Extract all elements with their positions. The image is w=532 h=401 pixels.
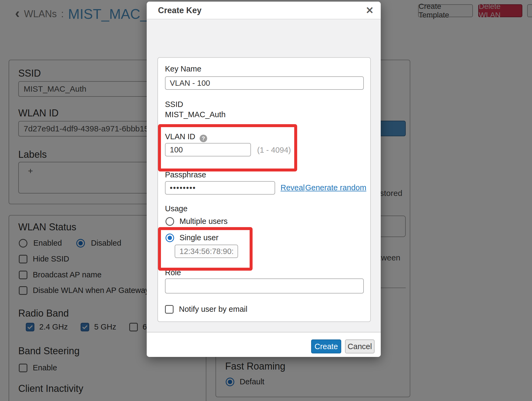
passphrase-label: Passphrase bbox=[165, 170, 206, 179]
multiple-users-label: Multiple users bbox=[179, 217, 228, 226]
help-icon[interactable]: ? bbox=[200, 135, 207, 142]
close-icon[interactable]: ✕ bbox=[366, 2, 374, 19]
role-label: Role bbox=[165, 268, 181, 277]
vlan-range-hint: (1 - 4094) bbox=[257, 146, 291, 155]
modal-title: Create Key bbox=[158, 2, 202, 19]
passphrase-input[interactable] bbox=[165, 181, 275, 195]
modal-header: Create Key ✕ bbox=[147, 2, 381, 19]
generate-random-link[interactable]: Generate random bbox=[305, 183, 366, 192]
mac-address-input[interactable] bbox=[175, 245, 238, 258]
modal-footer: Create Cancel bbox=[147, 332, 381, 357]
modal-ssid-value: MIST_MAC_Auth bbox=[165, 110, 226, 119]
usage-label: Usage bbox=[165, 204, 188, 213]
single-user-radio[interactable] bbox=[166, 234, 174, 242]
multiple-users-radio[interactable] bbox=[166, 217, 174, 226]
key-name-input[interactable] bbox=[165, 76, 364, 90]
create-key-form-panel: Key Name SSID MIST_MAC_Auth VLAN ID ? (1… bbox=[157, 57, 371, 322]
notify-email-label: Notify user by email bbox=[179, 305, 247, 314]
cancel-button[interactable]: Cancel bbox=[345, 339, 375, 353]
role-input[interactable] bbox=[165, 278, 364, 293]
modal-ssid-label: SSID bbox=[165, 100, 183, 109]
vlan-id-input[interactable] bbox=[165, 143, 251, 156]
create-key-modal: Create Key ✕ Key Name SSID MIST_MAC_Auth… bbox=[147, 2, 381, 357]
reveal-link[interactable]: Reveal bbox=[281, 183, 305, 192]
screen: ‹ WLANs : MIST_MAC_Auth Create Template … bbox=[0, 0, 532, 401]
key-name-label: Key Name bbox=[165, 65, 201, 73]
vlan-id-label: VLAN ID bbox=[165, 132, 195, 141]
notify-email-checkbox[interactable] bbox=[165, 305, 174, 314]
single-user-label: Single user bbox=[179, 233, 218, 242]
create-button[interactable]: Create bbox=[311, 339, 341, 353]
